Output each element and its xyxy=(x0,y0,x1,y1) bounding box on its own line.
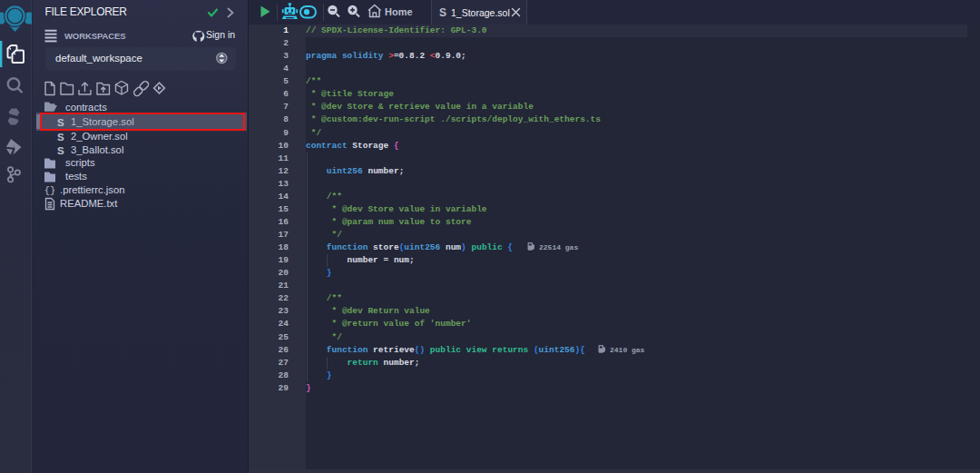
svg-text:S: S xyxy=(57,145,64,156)
svg-text:{}: {} xyxy=(44,186,55,196)
svg-text:S: S xyxy=(439,6,446,19)
svg-text:S: S xyxy=(57,132,64,143)
svg-text:S: S xyxy=(57,117,64,128)
